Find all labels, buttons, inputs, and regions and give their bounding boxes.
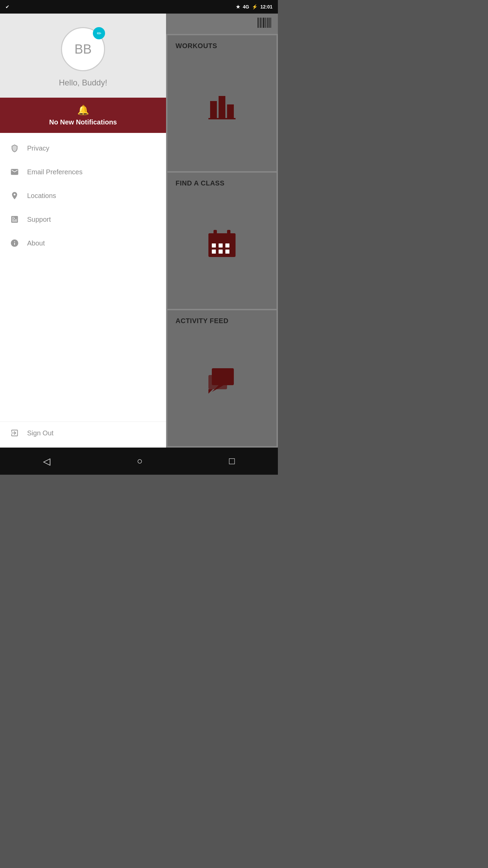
email-icon <box>10 167 19 176</box>
sidebar-item-email-preferences[interactable]: Email Preferences <box>0 160 166 184</box>
sidebar-item-support[interactable]: Support <box>0 208 166 231</box>
status-bar-left: ✔ <box>5 4 9 9</box>
bell-icon: 🔔 <box>77 104 89 116</box>
svg-rect-18 <box>214 230 217 237</box>
svg-rect-19 <box>227 230 230 237</box>
pencil-icon: ✏ <box>97 30 101 37</box>
find-a-class-title: FIND A CLASS <box>176 179 268 187</box>
signal-icon: 4G <box>243 4 249 9</box>
privacy-label: Privacy <box>27 144 49 152</box>
drawer-header: BB ✏ Hello, Buddy! <box>0 14 166 98</box>
svg-rect-25 <box>225 250 229 254</box>
cards-grid: WORKOUTS FIND A CLASS <box>166 34 278 448</box>
email-preferences-label: Email Preferences <box>27 168 82 176</box>
svg-rect-2 <box>258 18 259 28</box>
status-bar-right: ★ 4G ⚡ 12:01 <box>236 4 273 9</box>
svg-rect-23 <box>212 250 216 254</box>
app-header <box>166 14 278 34</box>
svg-rect-7 <box>265 18 266 28</box>
location-icon <box>10 191 19 200</box>
chat-icon <box>207 367 237 401</box>
sign-out-button[interactable]: Sign Out <box>10 429 156 437</box>
calendar-icon <box>207 228 237 264</box>
app-icon: ✔ <box>5 4 9 9</box>
svg-rect-12 <box>210 101 217 118</box>
svg-rect-21 <box>219 243 223 248</box>
external-link-icon <box>10 215 19 224</box>
activity-feed-title: ACTIVITY FEED <box>176 317 268 325</box>
svg-rect-5 <box>262 18 262 28</box>
avatar-edit-button[interactable]: ✏ <box>93 27 105 39</box>
locations-label: Locations <box>27 192 56 200</box>
svg-rect-24 <box>219 250 223 254</box>
notification-text: No New Notifications <box>49 118 117 126</box>
main-content: BB ✏ Hello, Buddy! 🔔 No New Notification… <box>0 14 278 448</box>
back-button[interactable]: ◁ <box>43 456 50 467</box>
app-main: WORKOUTS FIND A CLASS <box>166 14 278 448</box>
battery-icon: ⚡ <box>252 4 258 9</box>
sign-out-area: Sign Out <box>0 421 166 448</box>
status-bar: ✔ ★ 4G ⚡ 12:01 <box>0 0 278 14</box>
time-display: 12:01 <box>260 4 272 9</box>
svg-rect-6 <box>263 18 264 28</box>
menu-list: Privacy Email Preferences Locations <box>0 133 166 421</box>
support-label: Support <box>27 216 51 223</box>
workouts-icon-area <box>176 50 268 168</box>
bar-chart-icon <box>207 93 237 125</box>
drawer: BB ✏ Hello, Buddy! 🔔 No New Notification… <box>0 14 166 448</box>
barcode-icon[interactable] <box>258 18 271 30</box>
svg-marker-29 <box>208 389 213 394</box>
info-icon <box>10 239 19 248</box>
recent-button[interactable]: □ <box>229 456 235 467</box>
svg-rect-4 <box>260 18 261 28</box>
svg-rect-15 <box>208 118 236 119</box>
workouts-card[interactable]: WORKOUTS <box>167 35 277 171</box>
shield-icon <box>10 144 19 153</box>
sidebar-item-locations[interactable]: Locations <box>0 184 166 208</box>
svg-rect-13 <box>219 96 225 118</box>
bluetooth-icon: ★ <box>236 4 240 9</box>
sign-out-label: Sign Out <box>27 429 54 437</box>
svg-rect-8 <box>266 18 267 28</box>
home-button[interactable]: ○ <box>137 456 143 467</box>
sidebar-item-about[interactable]: About <box>0 231 166 255</box>
svg-rect-22 <box>225 243 229 248</box>
avatar-initials: BB <box>75 42 92 57</box>
notification-banner: 🔔 No New Notifications <box>0 98 166 133</box>
find-a-class-card[interactable]: FIND A CLASS <box>167 173 277 309</box>
find-a-class-icon-area <box>176 187 268 305</box>
greeting-text: Hello, Buddy! <box>59 78 107 87</box>
svg-rect-3 <box>259 18 260 28</box>
svg-rect-28 <box>208 375 227 389</box>
activity-feed-card[interactable]: ACTIVITY FEED <box>167 310 277 446</box>
sign-out-icon <box>10 429 19 437</box>
svg-rect-9 <box>267 18 268 28</box>
nav-bar: ◁ ○ □ <box>0 448 278 475</box>
about-label: About <box>27 239 45 247</box>
sidebar-item-privacy[interactable]: Privacy <box>0 136 166 160</box>
svg-rect-14 <box>227 104 234 118</box>
svg-rect-17 <box>208 233 236 240</box>
activity-feed-icon-area <box>176 325 268 443</box>
workouts-title: WORKOUTS <box>176 42 268 50</box>
avatar-container: BB ✏ <box>61 27 105 71</box>
svg-rect-20 <box>212 243 216 248</box>
svg-rect-10 <box>269 18 270 28</box>
svg-rect-11 <box>270 18 271 28</box>
